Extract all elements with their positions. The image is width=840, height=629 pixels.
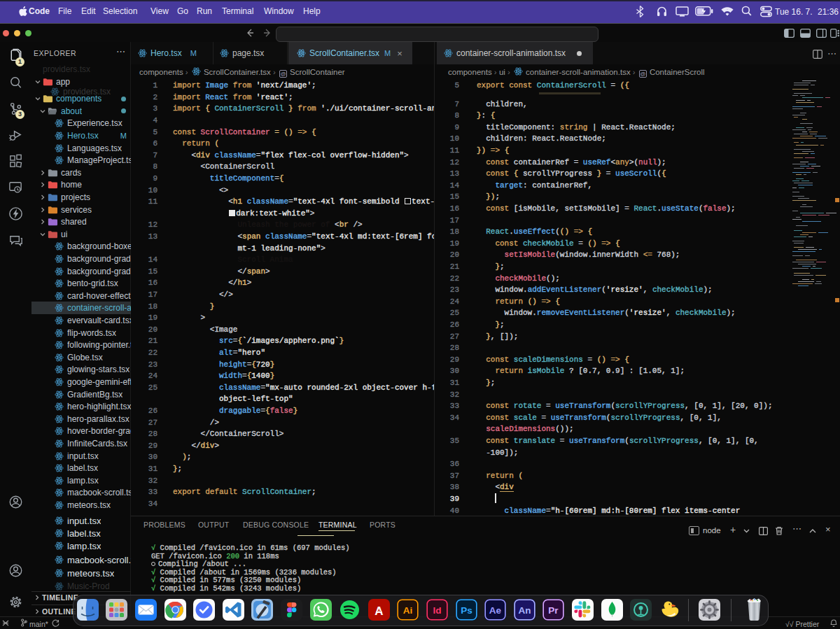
svg-text:Ae: Ae — [489, 605, 501, 616]
svg-text:Pr: Pr — [548, 605, 559, 616]
svg-text:Ai: Ai — [402, 605, 412, 616]
svg-text:An: An — [518, 605, 531, 616]
svg-text:Ps: Ps — [461, 605, 472, 616]
svg-text:Id: Id — [433, 605, 441, 616]
